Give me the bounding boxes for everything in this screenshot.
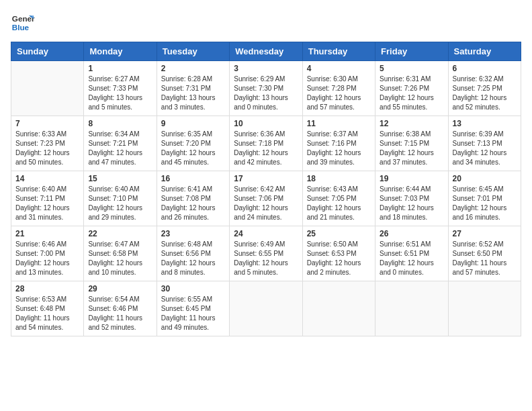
day-number: 23 xyxy=(161,229,225,238)
day-info: Sunrise: 6:39 AM Sunset: 7:13 PM Dayligh… xyxy=(453,130,517,167)
day-number: 20 xyxy=(453,174,517,183)
day-info: Sunrise: 6:49 AM Sunset: 6:55 PM Dayligh… xyxy=(234,240,298,277)
day-info: Sunrise: 6:44 AM Sunset: 7:03 PM Dayligh… xyxy=(380,185,443,222)
day-number: 15 xyxy=(88,174,152,183)
calendar-cell: 15Sunrise: 6:40 AM Sunset: 7:10 PM Dayli… xyxy=(84,171,157,226)
day-number: 10 xyxy=(234,119,298,128)
calendar-week-3: 21Sunrise: 6:46 AM Sunset: 7:00 PM Dayli… xyxy=(11,226,521,281)
day-number: 18 xyxy=(307,174,371,183)
weekday-header-sunday: Sunday xyxy=(11,42,84,61)
calendar-cell: 24Sunrise: 6:49 AM Sunset: 6:55 PM Dayli… xyxy=(230,226,302,281)
calendar-cell: 9Sunrise: 6:35 AM Sunset: 7:20 PM Daylig… xyxy=(157,116,229,171)
calendar-week-4: 28Sunrise: 6:53 AM Sunset: 6:48 PM Dayli… xyxy=(11,281,521,336)
day-info: Sunrise: 6:46 AM Sunset: 7:00 PM Dayligh… xyxy=(15,240,79,277)
calendar-week-1: 7Sunrise: 6:33 AM Sunset: 7:23 PM Daylig… xyxy=(11,116,521,171)
calendar: SundayMondayTuesdayWednesdayThursdayFrid… xyxy=(11,42,521,336)
calendar-cell: 25Sunrise: 6:50 AM Sunset: 6:53 PM Dayli… xyxy=(302,226,375,281)
day-number: 22 xyxy=(88,229,152,238)
calendar-cell xyxy=(302,281,375,336)
day-info: Sunrise: 6:28 AM Sunset: 7:31 PM Dayligh… xyxy=(161,75,225,112)
calendar-cell: 27Sunrise: 6:52 AM Sunset: 6:50 PM Dayli… xyxy=(448,226,521,281)
calendar-cell: 23Sunrise: 6:48 AM Sunset: 6:56 PM Dayli… xyxy=(157,226,229,281)
calendar-cell: 21Sunrise: 6:46 AM Sunset: 7:00 PM Dayli… xyxy=(11,226,84,281)
calendar-cell: 30Sunrise: 6:55 AM Sunset: 6:45 PM Dayli… xyxy=(157,281,229,336)
calendar-cell: 13Sunrise: 6:39 AM Sunset: 7:13 PM Dayli… xyxy=(448,116,521,171)
day-info: Sunrise: 6:43 AM Sunset: 7:05 PM Dayligh… xyxy=(307,185,371,222)
calendar-cell: 12Sunrise: 6:38 AM Sunset: 7:15 PM Dayli… xyxy=(375,116,448,171)
calendar-week-2: 14Sunrise: 6:40 AM Sunset: 7:11 PM Dayli… xyxy=(11,171,521,226)
weekday-header-wednesday: Wednesday xyxy=(230,42,302,61)
day-number: 11 xyxy=(307,119,371,128)
day-info: Sunrise: 6:48 AM Sunset: 6:56 PM Dayligh… xyxy=(161,240,225,277)
calendar-cell: 20Sunrise: 6:45 AM Sunset: 7:01 PM Dayli… xyxy=(448,171,521,226)
day-info: Sunrise: 6:34 AM Sunset: 7:21 PM Dayligh… xyxy=(88,130,152,167)
day-number: 3 xyxy=(234,64,298,73)
day-number: 16 xyxy=(161,174,225,183)
day-info: Sunrise: 6:37 AM Sunset: 7:16 PM Dayligh… xyxy=(307,130,371,167)
day-info: Sunrise: 6:31 AM Sunset: 7:26 PM Dayligh… xyxy=(380,75,443,112)
calendar-cell: 1Sunrise: 6:27 AM Sunset: 7:33 PM Daylig… xyxy=(84,61,157,116)
calendar-cell: 2Sunrise: 6:28 AM Sunset: 7:31 PM Daylig… xyxy=(157,61,229,116)
day-number: 17 xyxy=(234,174,298,183)
calendar-cell: 26Sunrise: 6:51 AM Sunset: 6:51 PM Dayli… xyxy=(375,226,448,281)
weekday-header-tuesday: Tuesday xyxy=(157,42,229,61)
day-info: Sunrise: 6:53 AM Sunset: 6:48 PM Dayligh… xyxy=(15,295,79,332)
day-info: Sunrise: 6:42 AM Sunset: 7:06 PM Dayligh… xyxy=(234,185,298,222)
day-number: 6 xyxy=(453,64,517,73)
day-number: 25 xyxy=(307,229,371,238)
weekday-header-monday: Monday xyxy=(84,42,157,61)
day-number: 19 xyxy=(380,174,443,183)
day-number: 28 xyxy=(15,284,79,293)
day-number: 7 xyxy=(15,119,79,128)
day-number: 26 xyxy=(380,229,443,238)
day-info: Sunrise: 6:55 AM Sunset: 6:45 PM Dayligh… xyxy=(161,295,225,332)
svg-text:General: General xyxy=(12,14,35,23)
day-info: Sunrise: 6:27 AM Sunset: 7:33 PM Dayligh… xyxy=(88,75,152,112)
day-number: 29 xyxy=(88,284,152,293)
day-info: Sunrise: 6:35 AM Sunset: 7:20 PM Dayligh… xyxy=(161,130,225,167)
calendar-cell: 7Sunrise: 6:33 AM Sunset: 7:23 PM Daylig… xyxy=(11,116,84,171)
calendar-cell xyxy=(448,281,521,336)
day-info: Sunrise: 6:36 AM Sunset: 7:18 PM Dayligh… xyxy=(234,130,298,167)
day-number: 30 xyxy=(161,284,225,293)
day-number: 21 xyxy=(15,229,79,238)
day-info: Sunrise: 6:38 AM Sunset: 7:15 PM Dayligh… xyxy=(380,130,443,167)
day-number: 2 xyxy=(161,64,225,73)
day-info: Sunrise: 6:41 AM Sunset: 7:08 PM Dayligh… xyxy=(161,185,225,222)
calendar-cell xyxy=(230,281,302,336)
calendar-cell: 10Sunrise: 6:36 AM Sunset: 7:18 PM Dayli… xyxy=(230,116,302,171)
day-number: 5 xyxy=(380,64,443,73)
day-number: 1 xyxy=(88,64,152,73)
day-info: Sunrise: 6:30 AM Sunset: 7:28 PM Dayligh… xyxy=(307,75,371,112)
day-number: 14 xyxy=(15,174,79,183)
day-info: Sunrise: 6:40 AM Sunset: 7:10 PM Dayligh… xyxy=(88,185,152,222)
calendar-cell: 16Sunrise: 6:41 AM Sunset: 7:08 PM Dayli… xyxy=(157,171,229,226)
day-info: Sunrise: 6:32 AM Sunset: 7:25 PM Dayligh… xyxy=(453,75,517,112)
day-number: 8 xyxy=(88,119,152,128)
day-info: Sunrise: 6:33 AM Sunset: 7:23 PM Dayligh… xyxy=(15,130,79,167)
logo: General Blue xyxy=(11,11,35,35)
calendar-week-0: 1Sunrise: 6:27 AM Sunset: 7:33 PM Daylig… xyxy=(11,61,521,116)
day-number: 12 xyxy=(380,119,443,128)
weekday-header-friday: Friday xyxy=(375,42,448,61)
day-info: Sunrise: 6:40 AM Sunset: 7:11 PM Dayligh… xyxy=(15,185,79,222)
calendar-cell: 22Sunrise: 6:47 AM Sunset: 6:58 PM Dayli… xyxy=(84,226,157,281)
day-info: Sunrise: 6:47 AM Sunset: 6:58 PM Dayligh… xyxy=(88,240,152,277)
calendar-cell: 19Sunrise: 6:44 AM Sunset: 7:03 PM Dayli… xyxy=(375,171,448,226)
day-info: Sunrise: 6:54 AM Sunset: 6:46 PM Dayligh… xyxy=(88,295,152,332)
calendar-cell: 4Sunrise: 6:30 AM Sunset: 7:28 PM Daylig… xyxy=(302,61,375,116)
svg-text:Blue: Blue xyxy=(12,23,30,32)
day-info: Sunrise: 6:29 AM Sunset: 7:30 PM Dayligh… xyxy=(234,75,298,112)
day-number: 13 xyxy=(453,119,517,128)
day-info: Sunrise: 6:52 AM Sunset: 6:50 PM Dayligh… xyxy=(453,240,517,277)
calendar-cell: 11Sunrise: 6:37 AM Sunset: 7:16 PM Dayli… xyxy=(302,116,375,171)
day-number: 9 xyxy=(161,119,225,128)
day-number: 27 xyxy=(453,229,517,238)
day-number: 24 xyxy=(234,229,298,238)
calendar-cell: 8Sunrise: 6:34 AM Sunset: 7:21 PM Daylig… xyxy=(84,116,157,171)
calendar-cell: 17Sunrise: 6:42 AM Sunset: 7:06 PM Dayli… xyxy=(230,171,302,226)
day-info: Sunrise: 6:51 AM Sunset: 6:51 PM Dayligh… xyxy=(380,240,443,277)
day-info: Sunrise: 6:50 AM Sunset: 6:53 PM Dayligh… xyxy=(307,240,371,277)
logo-icon: General Blue xyxy=(11,11,35,35)
calendar-cell: 3Sunrise: 6:29 AM Sunset: 7:30 PM Daylig… xyxy=(230,61,302,116)
